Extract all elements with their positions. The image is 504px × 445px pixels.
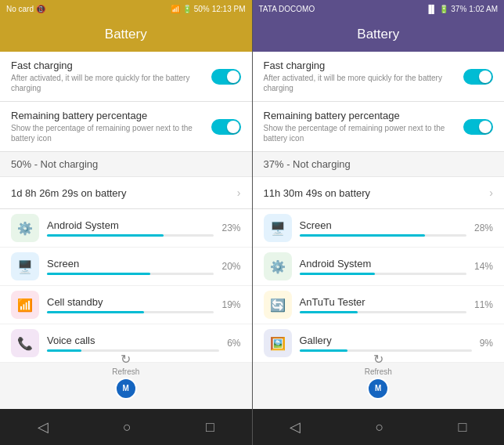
right-app-icon-3: 🖼️: [264, 329, 292, 357]
left-fast-charging-desc: After activated, it will be more quickly…: [11, 73, 205, 93]
right-recents-button[interactable]: □: [459, 419, 467, 436]
right-battery-status-text: 37% - Not charging: [264, 158, 351, 170]
right-app-info-2: AnTuTu Tester: [300, 296, 466, 313]
left-app-name-1: Screen: [47, 258, 214, 270]
right-fast-charging-row[interactable]: Fast charging After activated, it will b…: [253, 52, 505, 102]
right-app-row-0[interactable]: 🖥️ Screen 28%: [253, 209, 505, 248]
left-header: Battery: [0, 17, 252, 52]
left-refresh-label: Refresh: [112, 367, 139, 376]
left-refresh-area: ↻ Refresh M: [0, 363, 252, 388]
right-remaining-battery-desc: Show the percentage of remaining power n…: [264, 123, 458, 143]
left-app-row-2[interactable]: 📶 Cell standby 19%: [0, 286, 252, 324]
right-app-name-1: Android System: [300, 258, 466, 270]
right-content: Fast charging After activated, it will b…: [253, 52, 505, 409]
right-fast-charging-text: Fast charging After activated, it will b…: [264, 60, 464, 93]
left-app-icon-1: 🖥️: [11, 252, 39, 280]
left-fast-charging-row[interactable]: Fast charging After activated, it will b…: [0, 52, 252, 102]
left-app-info-3: Voice calls: [47, 335, 219, 352]
left-back-button[interactable]: ◁: [38, 418, 49, 436]
right-app-info-3: Gallery: [300, 335, 472, 352]
left-content: Fast charging After activated, it will b…: [0, 52, 252, 409]
right-app-bar-2: [300, 311, 358, 313]
right-remaining-battery-text: Remaining battery percentage Show the pe…: [264, 110, 464, 143]
left-app-icon-0: ⚙️: [11, 214, 39, 242]
left-battery-status-text: 50% - Not charging: [11, 158, 98, 170]
right-fast-charging-title: Fast charging: [264, 60, 458, 71]
right-app-bar-container-0: [300, 234, 466, 237]
left-app-percent-2: 19%: [221, 299, 240, 310]
right-app-percent-0: 28%: [474, 222, 493, 233]
right-fast-charging-desc: After activated, it will be more quickly…: [264, 73, 458, 93]
right-time: 1:02 AM: [469, 5, 498, 13]
right-signal-icon: ▐▌: [426, 5, 437, 13]
left-app-info-0: Android System: [47, 219, 214, 237]
left-battery-percent: 50%: [194, 5, 210, 13]
left-app-icon-3: 📞: [11, 329, 39, 357]
left-remaining-battery-text: Remaining battery percentage Show the pe…: [11, 110, 211, 143]
left-battery-status: 50% - Not charging: [0, 152, 252, 177]
left-home-button[interactable]: ○: [123, 419, 131, 436]
left-app-bar-container-2: [47, 311, 214, 313]
left-refresh-wrap[interactable]: ↻ Refresh M: [112, 352, 139, 400]
left-app-name-3: Voice calls: [47, 335, 219, 346]
right-battery-percent: 37%: [451, 5, 466, 13]
left-app-name-0: Android System: [47, 219, 214, 231]
right-app-bar-0: [300, 234, 425, 237]
right-header: Battery: [253, 17, 505, 52]
right-battery-icon: 🔋: [439, 5, 448, 13]
left-fast-charging-toggle[interactable]: [211, 69, 241, 85]
right-battery-status: 37% - Not charging: [253, 152, 505, 177]
right-refresh-label: Refresh: [365, 367, 392, 376]
right-logo-badge: M: [367, 378, 389, 400]
right-app-icon-1: ⚙️: [264, 252, 292, 280]
right-status-right: ▐▌ 🔋 37% 1:02 AM: [426, 5, 498, 13]
right-battery-time: 11h 30m 49s on battery: [264, 187, 371, 199]
left-fast-charging-text: Fast charging After activated, it will b…: [11, 60, 211, 93]
left-wifi-icon: 📶: [171, 5, 180, 13]
right-app-row-1[interactable]: ⚙️ Android System 14%: [253, 248, 505, 286]
right-carrier: TATA DOCOMO: [259, 5, 315, 13]
left-recents-button[interactable]: □: [206, 419, 214, 436]
left-app-row-1[interactable]: 🖥️ Screen 20%: [0, 248, 252, 286]
left-logo-badge: M: [115, 378, 137, 400]
left-app-bar-3: [47, 349, 81, 352]
left-app-info-2: Cell standby: [47, 296, 214, 313]
left-status-right: 📶 🔋 50% 12:13 PM: [171, 5, 246, 13]
left-app-bar-0: [47, 234, 164, 237]
left-app-bar-2: [47, 311, 144, 313]
left-remaining-battery-title: Remaining battery percentage: [11, 110, 205, 121]
right-remaining-battery-row[interactable]: Remaining battery percentage Show the pe…: [253, 102, 505, 152]
right-app-row-2[interactable]: 🔄 AnTuTu Tester 11%: [253, 286, 505, 324]
left-panel: No card 📵 📶 🔋 50% 12:13 PM Battery Fast …: [0, 0, 252, 445]
right-remaining-battery-toggle[interactable]: [463, 119, 493, 135]
right-back-button[interactable]: ◁: [290, 418, 301, 436]
right-app-bar-container-2: [300, 311, 466, 313]
left-app-row-0[interactable]: ⚙️ Android System 23%: [0, 209, 252, 248]
right-app-percent-1: 14%: [474, 261, 493, 272]
left-app-icon-2: 📶: [11, 291, 39, 319]
right-status-bar: TATA DOCOMO ▐▌ 🔋 37% 1:02 AM: [253, 0, 505, 17]
left-app-name-2: Cell standby: [47, 296, 214, 308]
left-remaining-battery-row[interactable]: Remaining battery percentage Show the pe…: [0, 102, 252, 152]
right-home-button[interactable]: ○: [375, 419, 383, 436]
left-status-bar: No card 📵 📶 🔋 50% 12:13 PM: [0, 0, 252, 17]
right-remaining-battery-title: Remaining battery percentage: [264, 110, 458, 121]
right-app-icon-0: 🖥️: [264, 214, 292, 242]
right-fast-charging-toggle[interactable]: [463, 69, 493, 85]
left-app-info-1: Screen: [47, 258, 214, 275]
left-remaining-battery-toggle[interactable]: [211, 119, 241, 135]
left-battery-time-row[interactable]: 1d 8h 26m 29s on battery ›: [0, 177, 252, 209]
left-app-bar-1: [47, 273, 150, 275]
left-chevron-icon: ›: [237, 186, 241, 199]
right-app-name-0: Screen: [300, 219, 466, 231]
right-app-icon-2: 🔄: [264, 291, 292, 319]
right-app-info-0: Screen: [300, 219, 466, 237]
left-app-percent-3: 6%: [227, 338, 240, 349]
right-app-name-3: Gallery: [300, 335, 472, 346]
right-refresh-wrap[interactable]: ↻ Refresh M: [365, 352, 392, 400]
left-remaining-battery-desc: Show the percentage of remaining power n…: [11, 123, 205, 143]
right-refresh-icon: ↻: [373, 352, 383, 367]
right-battery-time-row[interactable]: 11h 30m 49s on battery ›: [253, 177, 505, 209]
right-app-bar-3: [300, 349, 348, 352]
right-panel: TATA DOCOMO ▐▌ 🔋 37% 1:02 AM Battery Fas…: [253, 0, 505, 445]
